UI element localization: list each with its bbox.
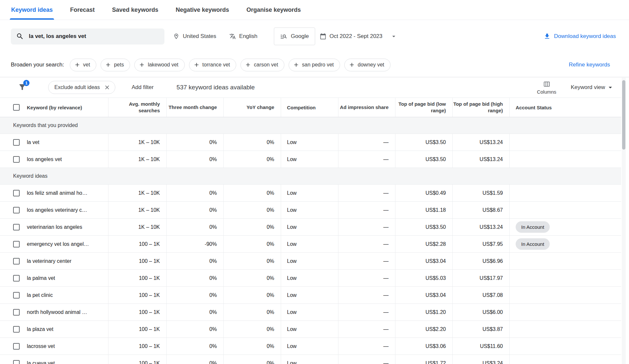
- broaden-chip-torrance-vet[interactable]: torrance vet: [189, 59, 236, 71]
- tab-negative-keywords[interactable]: Negative keywords: [176, 0, 229, 20]
- account-status-cell: In Account: [509, 236, 621, 252]
- table-row: la plaza vet 100 – 1K 0% 0% Low — US$2.2…: [0, 321, 621, 338]
- header-ad-impression-share[interactable]: Ad impression share: [338, 98, 395, 117]
- broaden-chip-pets[interactable]: pets: [101, 59, 130, 71]
- yoy-change-cell: 0%: [223, 338, 281, 355]
- plus-icon: [293, 62, 299, 68]
- account-status-badge: In Account: [516, 221, 550, 233]
- header-account-status[interactable]: Account Status: [509, 98, 621, 117]
- table-row: la cueva vet 100 – 1K 0% 0% Low — US$1.7…: [0, 355, 621, 364]
- search-settings-bar: United States English Google Oct 2022 - …: [0, 20, 629, 53]
- keyword-view-label: Keyword view: [571, 84, 605, 91]
- keyword-ideas-table: Keyword (by relevance) Avg. monthly sear…: [0, 98, 621, 364]
- row-checkbox[interactable]: [13, 292, 20, 299]
- search-input[interactable]: [28, 33, 159, 40]
- download-keyword-ideas-button[interactable]: Download keyword ideas: [543, 33, 616, 40]
- bid-high-cell: US$13.24: [452, 134, 509, 151]
- header-yoy-change[interactable]: YoY change: [223, 98, 281, 117]
- bid-high-cell: US$11.60: [452, 338, 509, 355]
- add-filter-button[interactable]: Add filter: [132, 84, 154, 91]
- filter-bar: 1 Exclude adult ideas Add filter 537 key…: [0, 77, 629, 98]
- avg-monthly-searches-cell: 100 – 1K: [108, 270, 166, 286]
- date-range-label: Oct 2022 - Sept 2023: [330, 33, 383, 40]
- bid-high-cell: US$7.08: [452, 287, 509, 303]
- row-checkbox[interactable]: [13, 275, 20, 282]
- broaden-chip-san-pedro-vet[interactable]: san pedro vet: [289, 59, 340, 71]
- network-selector[interactable]: Google: [274, 27, 315, 45]
- close-icon[interactable]: [104, 84, 110, 91]
- calendar-icon: [320, 33, 326, 40]
- competition-cell: Low: [281, 253, 338, 269]
- broaden-chip-lakewood-vet[interactable]: lakewood vet: [134, 59, 184, 71]
- network-label: Google: [291, 33, 309, 40]
- header-bid-high[interactable]: Top of page bid (high range): [452, 98, 509, 117]
- download-label: Download keyword ideas: [554, 33, 616, 40]
- keyword-text: la palma vet: [27, 275, 55, 281]
- keyword-text: los angeles veterinary c…: [27, 207, 87, 213]
- tab-saved-keywords[interactable]: Saved keywords: [112, 0, 158, 20]
- broaden-chip-carson-vet[interactable]: carson vet: [240, 59, 284, 71]
- date-range-selector[interactable]: Oct 2022 - Sept 2023: [320, 33, 398, 40]
- row-checkbox[interactable]: [13, 343, 20, 350]
- row-checkbox[interactable]: [13, 139, 20, 146]
- row-checkbox[interactable]: [13, 309, 20, 316]
- keyword-view-selector[interactable]: Keyword view: [571, 83, 614, 91]
- chip-label: pets: [114, 62, 124, 68]
- columns-icon: [543, 80, 551, 88]
- location-selector[interactable]: United States: [173, 33, 216, 40]
- keyword-text: la plaza vet: [27, 326, 53, 332]
- broaden-chip-vet[interactable]: vet: [70, 59, 96, 71]
- competition-cell: Low: [281, 236, 338, 252]
- row-checkbox[interactable]: [13, 326, 20, 333]
- row-checkbox[interactable]: [13, 207, 20, 213]
- row-checkbox[interactable]: [13, 224, 20, 230]
- broaden-chip-downey-vet[interactable]: downey vet: [344, 59, 391, 71]
- row-checkbox[interactable]: [13, 156, 20, 163]
- header-three-month-change[interactable]: Three month change: [166, 98, 223, 117]
- account-status-cell: [509, 151, 621, 168]
- table-header-row: Keyword (by relevance) Avg. monthly sear…: [0, 98, 621, 117]
- exclude-adult-ideas-chip[interactable]: Exclude adult ideas: [48, 81, 115, 94]
- three-month-change-cell: 0%: [166, 355, 223, 364]
- columns-button[interactable]: Columns: [537, 80, 556, 95]
- yoy-change-cell: 0%: [223, 287, 281, 303]
- yoy-change-cell: 0%: [223, 185, 281, 201]
- ad-impression-share-cell: —: [338, 185, 395, 201]
- row-checkbox[interactable]: [13, 360, 20, 364]
- three-month-change-cell: -90%: [166, 236, 223, 252]
- competition-cell: Low: [281, 338, 338, 355]
- competition-cell: Low: [281, 219, 338, 235]
- select-all-checkbox[interactable]: [13, 104, 20, 111]
- header-competition[interactable]: Competition: [281, 98, 338, 117]
- scrollbar-thumb[interactable]: [622, 80, 625, 150]
- filter-button[interactable]: 1: [18, 83, 27, 92]
- vertical-scrollbar[interactable]: [622, 78, 626, 364]
- three-month-change-cell: 0%: [166, 321, 223, 337]
- row-checkbox[interactable]: [13, 190, 20, 196]
- chevron-down-icon: [390, 33, 397, 40]
- avg-monthly-searches-cell: 1K – 10K: [108, 219, 166, 235]
- ad-impression-share-cell: —: [338, 151, 395, 168]
- tab-organise-keywords[interactable]: Organise keywords: [246, 0, 301, 20]
- bid-low-cell: US$3.50: [395, 151, 452, 168]
- avg-monthly-searches-cell: 100 – 1K: [108, 287, 166, 303]
- keyword-text: north hollywood animal …: [27, 309, 87, 315]
- bid-low-cell: US$1.20: [395, 304, 452, 320]
- ad-impression-share-cell: —: [338, 355, 395, 364]
- tab-forecast[interactable]: Forecast: [70, 0, 95, 20]
- bid-high-cell: US$17.97: [452, 270, 509, 286]
- header-avg-monthly-searches[interactable]: Avg. monthly searches: [108, 98, 166, 117]
- language-selector[interactable]: English: [229, 33, 257, 40]
- row-checkbox[interactable]: [13, 241, 20, 247]
- tab-keyword-ideas[interactable]: Keyword ideas: [11, 0, 53, 20]
- row-checkbox[interactable]: [13, 258, 20, 264]
- bid-low-cell: US$3.04: [395, 287, 452, 303]
- header-bid-low[interactable]: Top of page bid (low range): [395, 98, 452, 117]
- keyword-text: veterinarian los angeles: [27, 224, 82, 230]
- filter-count-badge: 1: [23, 80, 29, 86]
- search-box[interactable]: [11, 28, 164, 45]
- refine-keywords-link[interactable]: Refine keywords: [569, 62, 610, 68]
- header-keyword[interactable]: Keyword (by relevance): [0, 98, 108, 117]
- bid-low-cell: US$5.03: [395, 270, 452, 286]
- ad-impression-share-cell: —: [338, 321, 395, 337]
